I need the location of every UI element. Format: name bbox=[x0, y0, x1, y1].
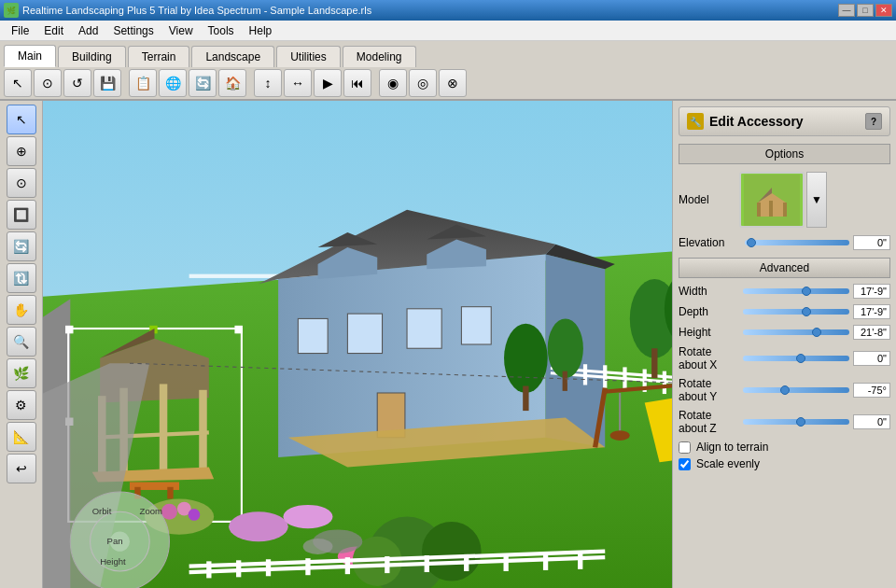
tab-modeling[interactable]: Modeling bbox=[343, 46, 416, 67]
tab-terrain[interactable]: Terrain bbox=[128, 46, 190, 67]
tool-skip-back[interactable]: ⏮ bbox=[343, 69, 371, 97]
depth-slider[interactable] bbox=[743, 309, 849, 315]
tool-add[interactable]: ⊕ bbox=[7, 136, 36, 166]
elevation-label: Elevation bbox=[679, 236, 739, 249]
tool-select[interactable]: ↖ bbox=[4, 69, 32, 97]
model-row: Model ▼ bbox=[679, 172, 890, 228]
tool-gear[interactable]: ⚙ bbox=[7, 390, 36, 420]
rotate-x-slider[interactable] bbox=[743, 356, 849, 361]
left-sidebar: ↖ ⊕ ⊙ 🔲 🔄 🔃 ✋ 🔍 🌿 ⚙ 📐 ↩ bbox=[0, 101, 43, 588]
tool-width[interactable]: ↔ bbox=[284, 69, 312, 97]
svg-point-75 bbox=[548, 318, 583, 378]
tool-refresh[interactable]: 🔄 bbox=[189, 69, 217, 97]
svg-text:Orbit: Orbit bbox=[92, 506, 112, 516]
tab-bar: Main Building Terrain Landscape Utilitie… bbox=[0, 41, 896, 67]
align-terrain-row: Align to terrain bbox=[679, 441, 890, 454]
height-value: 21'-8" bbox=[853, 325, 890, 340]
svg-rect-92 bbox=[757, 203, 761, 217]
tool-hand[interactable]: ✋ bbox=[7, 295, 36, 325]
scale-evenly-checkbox[interactable] bbox=[679, 458, 691, 470]
tool-circle1[interactable]: ◉ bbox=[379, 69, 407, 97]
options-bar: Options bbox=[679, 144, 890, 164]
close-button[interactable]: ✕ bbox=[875, 4, 892, 17]
width-slider[interactable] bbox=[743, 288, 849, 294]
tool-copy[interactable]: 📋 bbox=[129, 69, 157, 97]
rotate-y-slider[interactable] bbox=[743, 387, 849, 393]
tool-flip[interactable]: 🔃 bbox=[7, 263, 36, 293]
tool-view-circle[interactable]: ⊙ bbox=[7, 168, 36, 198]
rotate-y-label: Rotate about Y bbox=[679, 377, 739, 403]
scene-canvas: Orbit Zoom Pan Height bbox=[43, 101, 672, 588]
rotate-y-row: Rotate about Y -75° bbox=[679, 377, 890, 403]
svg-text:Height: Height bbox=[100, 556, 126, 567]
tool-orbit[interactable]: ⊙ bbox=[34, 69, 62, 97]
tool-save[interactable]: 💾 bbox=[93, 69, 121, 97]
rotate-x-value: 0" bbox=[853, 351, 890, 366]
tool-play[interactable]: ▶ bbox=[314, 69, 342, 97]
menu-edit[interactable]: Edit bbox=[36, 22, 71, 39]
tab-main[interactable]: Main bbox=[4, 45, 56, 67]
tool-rotate[interactable]: 🔄 bbox=[7, 231, 36, 261]
maximize-button[interactable]: □ bbox=[857, 4, 874, 17]
tab-landscape[interactable]: Landscape bbox=[191, 46, 274, 67]
model-preview[interactable] bbox=[739, 172, 805, 228]
width-value: 17'-9" bbox=[853, 284, 890, 299]
window-title: Realtime Landscaping Plus 5 Trial by Ide… bbox=[22, 5, 838, 16]
height-slider[interactable] bbox=[743, 329, 849, 335]
menu-tools[interactable]: Tools bbox=[201, 22, 242, 39]
svg-rect-34 bbox=[651, 348, 657, 378]
model-dropdown[interactable]: ▼ bbox=[806, 172, 827, 228]
main-content: ↖ ⊕ ⊙ 🔲 🔄 🔃 ✋ 🔍 🌿 ⚙ 📐 ↩ bbox=[0, 101, 896, 588]
scale-evenly-row: Scale evenly bbox=[679, 457, 890, 470]
menu-add[interactable]: Add bbox=[71, 22, 105, 39]
tab-building[interactable]: Building bbox=[58, 46, 126, 67]
svg-rect-37 bbox=[234, 326, 242, 333]
tool-back[interactable]: ↩ bbox=[7, 454, 36, 483]
rotate-z-label: Rotate about Z bbox=[679, 409, 739, 435]
menu-file[interactable]: File bbox=[4, 22, 36, 39]
tab-utilities[interactable]: Utilities bbox=[276, 46, 341, 67]
svg-point-78 bbox=[161, 504, 177, 520]
menu-view[interactable]: View bbox=[161, 22, 201, 39]
svg-point-80 bbox=[189, 509, 201, 521]
tool-x[interactable]: ⊗ bbox=[439, 69, 467, 97]
tool-measure[interactable]: 📐 bbox=[7, 422, 36, 452]
elevation-row: Elevation 0" bbox=[679, 235, 890, 250]
rotate-x-row: Rotate about X 0" bbox=[679, 345, 890, 371]
tool-home[interactable]: 🏠 bbox=[218, 69, 246, 97]
tool-rect[interactable]: 🔲 bbox=[7, 200, 36, 230]
rotate-z-slider[interactable] bbox=[743, 419, 849, 425]
tool-pointer[interactable]: ↖ bbox=[7, 105, 36, 134]
align-terrain-checkbox[interactable] bbox=[679, 441, 691, 454]
svg-rect-74 bbox=[523, 386, 528, 412]
scale-evenly-label: Scale evenly bbox=[696, 457, 760, 470]
toolbar: ↖ ⊙ ↺ 💾 📋 🌐 🔄 🏠 ↕ ↔ ▶ ⏮ ◉ ◎ ⊗ bbox=[0, 67, 896, 101]
tool-plant[interactable]: 🌿 bbox=[7, 358, 36, 388]
tool-circle2[interactable]: ◎ bbox=[409, 69, 437, 97]
svg-text:Pan: Pan bbox=[107, 536, 123, 546]
tool-undo[interactable]: ↺ bbox=[63, 69, 91, 97]
edit-accessory-icon: 🔧 bbox=[687, 113, 704, 130]
svg-point-73 bbox=[504, 324, 548, 393]
panel-header: 🔧 Edit Accessory ? bbox=[679, 106, 890, 136]
tool-height[interactable]: ↕ bbox=[254, 69, 282, 97]
rotate-y-value: -75° bbox=[853, 383, 890, 398]
svg-rect-72 bbox=[167, 487, 173, 499]
menu-help[interactable]: Help bbox=[242, 22, 280, 39]
svg-rect-44 bbox=[160, 384, 167, 472]
elevation-slider[interactable] bbox=[745, 240, 849, 245]
svg-rect-36 bbox=[65, 326, 73, 333]
tool-zoom[interactable]: 🔍 bbox=[7, 327, 36, 357]
menu-settings[interactable]: Settings bbox=[105, 22, 161, 39]
svg-point-50 bbox=[283, 505, 332, 528]
tool-globe[interactable]: 🌐 bbox=[159, 69, 187, 97]
menu-bar: File Edit Add Settings View Tools Help bbox=[0, 21, 896, 41]
help-button[interactable]: ? bbox=[865, 113, 882, 130]
rotate-z-row: Rotate about Z 0" bbox=[679, 409, 890, 435]
height-row: Height 21'-8" bbox=[679, 325, 890, 340]
minimize-button[interactable]: — bbox=[838, 4, 855, 17]
width-row: Width 17'-9" bbox=[679, 284, 890, 299]
viewport[interactable]: Orbit Zoom Pan Height bbox=[43, 101, 672, 588]
app-icon: 🌿 bbox=[4, 3, 19, 18]
advanced-header: Advanced bbox=[679, 258, 890, 278]
